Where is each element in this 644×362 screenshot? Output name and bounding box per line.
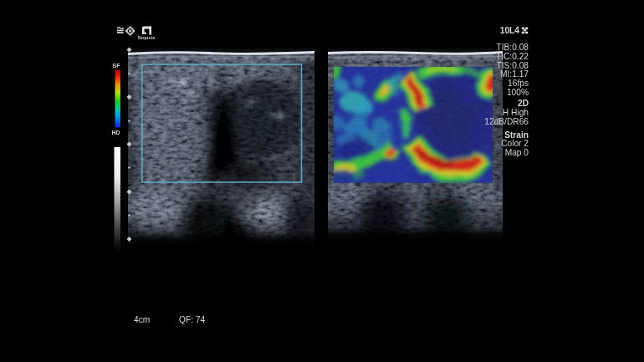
svg-text:10L4: 10L4 (500, 26, 520, 35)
svg-text:MI:1.17: MI:1.17 (500, 69, 529, 79)
svg-text:TIB:0.08: TIB:0.08 (496, 43, 529, 52)
svg-text:4cm: 4cm (134, 315, 150, 324)
svg-text:SF: SF (113, 63, 121, 69)
svg-text:Color 2: Color 2 (501, 139, 529, 148)
svg-text:TIS:0.08: TIS:0.08 (496, 61, 529, 70)
svg-text:HD: HD (112, 130, 120, 135)
svg-text:QF: 74: QF: 74 (179, 315, 205, 324)
svg-text:TIC:0.22: TIC:0.22 (496, 52, 529, 61)
svg-text:100%: 100% (507, 88, 529, 97)
svg-text:Strain: Strain (504, 130, 529, 140)
svg-text:Sequoia: Sequoia (138, 35, 156, 40)
svg-text:16fps: 16fps (508, 79, 529, 88)
svg-text:H High: H High (503, 108, 529, 117)
svg-text:12dB/DR66: 12dB/DR66 (484, 117, 529, 126)
svg-text:Map 0: Map 0 (505, 148, 529, 157)
svg-text:2D: 2D (518, 99, 529, 108)
